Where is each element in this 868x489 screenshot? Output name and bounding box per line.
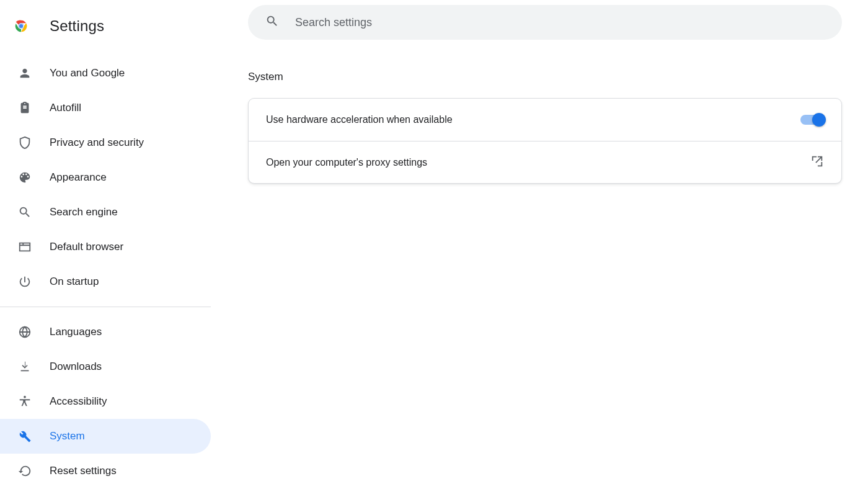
sidebar-item-label: Accessibility (50, 395, 107, 408)
person-icon (17, 66, 32, 81)
sidebar-item-languages[interactable]: Languages (0, 315, 211, 349)
main-content: System Use hardware acceleration when av… (211, 0, 868, 489)
power-icon (17, 274, 32, 289)
sidebar-item-system[interactable]: System (0, 419, 211, 454)
settings-card: Use hardware acceleration when available… (248, 98, 842, 184)
sidebar-divider (0, 307, 211, 307)
toggle-hardware-acceleration[interactable] (800, 115, 824, 125)
sidebar-item-label: Default browser (50, 241, 123, 253)
app-title: Settings (50, 17, 104, 35)
download-icon (17, 359, 32, 374)
sidebar-item-label: Reset settings (50, 465, 117, 477)
sidebar-item-label: Autofill (50, 102, 81, 114)
sidebar-item-autofill[interactable]: Autofill (0, 91, 211, 125)
search-bar[interactable] (248, 5, 842, 40)
row-hardware-acceleration[interactable]: Use hardware acceleration when available (249, 99, 841, 141)
sidebar-item-label: Languages (50, 326, 102, 338)
row-label: Use hardware acceleration when available (266, 114, 453, 125)
sidebar-item-label: Appearance (50, 171, 107, 184)
search-icon (265, 14, 294, 30)
sidebar-item-label: System (50, 430, 85, 442)
sidebar-item-accessibility[interactable]: Accessibility (0, 384, 211, 419)
sidebar-item-label: On startup (50, 276, 99, 288)
sidebar-item-reset[interactable]: Reset settings (0, 454, 211, 488)
sidebar-item-default-browser[interactable]: Default browser (0, 230, 211, 264)
row-label: Open your computer's proxy settings (266, 157, 427, 168)
search-input[interactable] (294, 16, 825, 30)
sidebar-item-privacy[interactable]: Privacy and security (0, 125, 211, 160)
sidebar-item-you-and-google[interactable]: You and Google (0, 56, 211, 91)
sidebar-item-appearance[interactable]: Appearance (0, 160, 211, 195)
globe-icon (17, 325, 32, 339)
sidebar-item-label: Privacy and security (50, 137, 144, 149)
sidebar: Settings You and GoogleAutofillPrivacy a… (0, 0, 211, 489)
browser-icon (17, 240, 32, 254)
sidebar-item-label: Search engine (50, 206, 118, 218)
sidebar-item-on-startup[interactable]: On startup (0, 264, 211, 299)
section-title: System (248, 71, 842, 83)
open-external-icon (810, 155, 824, 171)
accessibility-icon (17, 394, 32, 409)
wrench-icon (17, 429, 32, 444)
sidebar-item-search-engine[interactable]: Search engine (0, 195, 211, 230)
app-header: Settings (0, 9, 211, 43)
restore-icon (17, 464, 32, 478)
sidebar-item-downloads[interactable]: Downloads (0, 349, 211, 384)
search-icon (17, 205, 32, 220)
palette-icon (17, 170, 32, 185)
sidebar-item-label: You and Google (50, 67, 125, 79)
row-proxy-settings[interactable]: Open your computer's proxy settings (249, 141, 841, 183)
shield-icon (17, 135, 32, 150)
sidebar-item-label: Downloads (50, 361, 102, 373)
chrome-logo-icon (12, 17, 30, 35)
clipboard-icon (17, 101, 32, 115)
